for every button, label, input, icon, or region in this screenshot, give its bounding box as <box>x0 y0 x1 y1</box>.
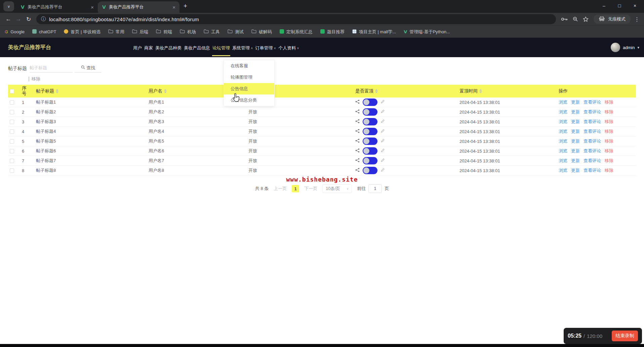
action-update[interactable]: 更新 <box>571 109 580 115</box>
bookmark-star-icon[interactable] <box>583 16 589 22</box>
search-button[interactable]: 查找 <box>75 63 102 73</box>
action-view[interactable]: 浏览 <box>559 109 567 115</box>
nav-item-2[interactable]: 美妆产品种类 <box>155 41 182 56</box>
row-checkbox[interactable] <box>10 159 14 163</box>
action-update[interactable]: 更新 <box>571 167 580 174</box>
share-icon[interactable] <box>355 109 360 115</box>
header-pin-time[interactable]: 置顶时间 <box>459 88 559 94</box>
nav-item-7[interactable]: 个人资料 ∨ <box>278 41 299 56</box>
next-page-button[interactable]: 下一页 <box>304 186 317 192</box>
select-all-checkbox[interactable] <box>10 89 14 93</box>
action-remove[interactable]: 移除 <box>605 128 613 134</box>
share-icon[interactable] <box>355 158 360 163</box>
action-remove[interactable]: 移除 <box>605 138 613 144</box>
pin-toggle[interactable] <box>363 147 377 155</box>
action-update[interactable]: 更新 <box>571 99 580 105</box>
bookmark-item[interactable]: 机场 <box>180 29 196 35</box>
action-view[interactable]: 浏览 <box>559 167 567 174</box>
action-comments[interactable]: 查看评论 <box>583 138 601 144</box>
action-comments[interactable]: 查看评论 <box>583 119 601 125</box>
pin-toggle[interactable] <box>363 118 377 125</box>
nav-item-4[interactable]: 论坛管理 <box>212 41 230 56</box>
edit-icon[interactable] <box>380 109 385 115</box>
bookmark-item[interactable]: 定制系统汇总 <box>280 29 313 35</box>
sort-icon[interactable] <box>164 89 167 93</box>
current-page[interactable]: 1 <box>292 185 299 192</box>
address-bar[interactable]: ⓘ localhost:8080/springbootau72407e/admi… <box>36 14 556 24</box>
pin-toggle[interactable] <box>363 99 377 106</box>
bookmark-item[interactable]: chatGPT <box>32 29 56 35</box>
row-checkbox[interactable] <box>10 139 14 144</box>
user-menu[interactable]: admin ▾ <box>611 43 639 52</box>
action-update[interactable]: 更新 <box>571 119 580 125</box>
share-icon[interactable] <box>355 168 360 173</box>
action-view[interactable]: 浏览 <box>559 148 567 154</box>
pin-toggle[interactable] <box>363 128 377 135</box>
sort-icon[interactable] <box>56 89 58 93</box>
action-comments[interactable]: 查看评论 <box>583 167 601 174</box>
edit-icon[interactable] <box>380 129 385 134</box>
action-view[interactable]: 浏览 <box>559 158 567 164</box>
action-update[interactable]: 更新 <box>571 128 580 134</box>
search-input[interactable]: 帖子标题 <box>30 63 73 73</box>
back-icon[interactable]: ← <box>3 16 13 23</box>
bookmark-item[interactable]: 项目主页 | mall学... <box>352 29 396 35</box>
share-icon[interactable] <box>355 129 360 134</box>
tab-search-button[interactable]: ∨ <box>3 1 14 11</box>
bookmark-item[interactable]: V 管理端-基于Python... <box>404 29 450 35</box>
action-remove[interactable]: 移除 <box>605 99 613 105</box>
edit-icon[interactable] <box>380 100 385 105</box>
window-maximize-icon[interactable]: □ <box>612 3 627 8</box>
pin-toggle[interactable] <box>363 108 377 116</box>
header-pin[interactable]: 是否置顶 <box>355 88 459 94</box>
tab-close-icon[interactable]: × <box>91 4 94 10</box>
prev-page-button[interactable]: 上一页 <box>274 186 287 192</box>
row-checkbox[interactable] <box>10 100 14 105</box>
pin-toggle[interactable] <box>363 167 377 174</box>
bookmark-item[interactable]: 常用 <box>108 29 124 35</box>
forward-icon[interactable]: → <box>13 16 24 23</box>
dropdown-item-1[interactable]: 轮播图管理 <box>224 72 274 83</box>
bookmark-item[interactable]: 工具 <box>204 29 220 35</box>
header-post-title[interactable]: 帖子标题 <box>36 88 149 94</box>
window-minimize-icon[interactable]: – <box>596 3 612 8</box>
edit-icon[interactable] <box>380 168 385 173</box>
bulk-remove-button[interactable]: 移除 <box>29 75 644 83</box>
bookmark-item[interactable]: G Google <box>5 29 25 34</box>
sort-icon[interactable] <box>479 89 482 93</box>
new-tab-button[interactable]: + <box>184 2 187 10</box>
nav-item-6[interactable]: 订单管理 ∨ <box>255 41 277 56</box>
zoom-icon[interactable] <box>573 16 578 22</box>
bookmark-item[interactable]: 首页 | 毕设精选 <box>64 29 100 35</box>
action-remove[interactable]: 移除 <box>605 119 613 125</box>
reload-icon[interactable]: ↻ <box>24 16 34 23</box>
action-comments[interactable]: 查看评论 <box>583 148 601 154</box>
action-comments[interactable]: 查看评论 <box>583 158 601 164</box>
bookmark-item[interactable]: 测试 <box>228 29 244 35</box>
action-remove[interactable]: 移除 <box>605 167 613 174</box>
action-view[interactable]: 浏览 <box>559 128 567 134</box>
share-icon[interactable] <box>355 148 360 154</box>
action-view[interactable]: 浏览 <box>559 138 567 144</box>
bookmark-item[interactable]: 后端 <box>132 29 148 35</box>
browser-tab-2-active[interactable]: V 美妆产品推荐平台 × <box>98 1 179 13</box>
row-checkbox[interactable] <box>10 120 14 124</box>
action-comments[interactable]: 查看评论 <box>583 99 601 105</box>
browser-menu-icon[interactable]: ⋮ <box>633 16 641 23</box>
pin-toggle[interactable] <box>363 157 377 164</box>
row-checkbox[interactable] <box>10 110 14 114</box>
site-info-icon[interactable]: ⓘ <box>41 16 46 22</box>
page-size-select[interactable]: 10条/页 ∨ <box>322 184 352 193</box>
nav-item-0[interactable]: 用户 <box>133 41 142 56</box>
window-close-icon[interactable]: × <box>627 3 643 8</box>
tab-close-icon[interactable]: × <box>172 4 175 10</box>
bookmark-item[interactable]: 破解码 <box>251 29 272 35</box>
action-remove[interactable]: 移除 <box>605 148 613 154</box>
row-checkbox[interactable] <box>10 168 14 173</box>
action-comments[interactable]: 查看评论 <box>583 109 601 115</box>
edit-icon[interactable] <box>380 148 385 154</box>
action-view[interactable]: 浏览 <box>559 119 567 125</box>
password-key-icon[interactable] <box>561 17 568 21</box>
share-icon[interactable] <box>355 100 360 105</box>
share-icon[interactable] <box>355 139 360 144</box>
